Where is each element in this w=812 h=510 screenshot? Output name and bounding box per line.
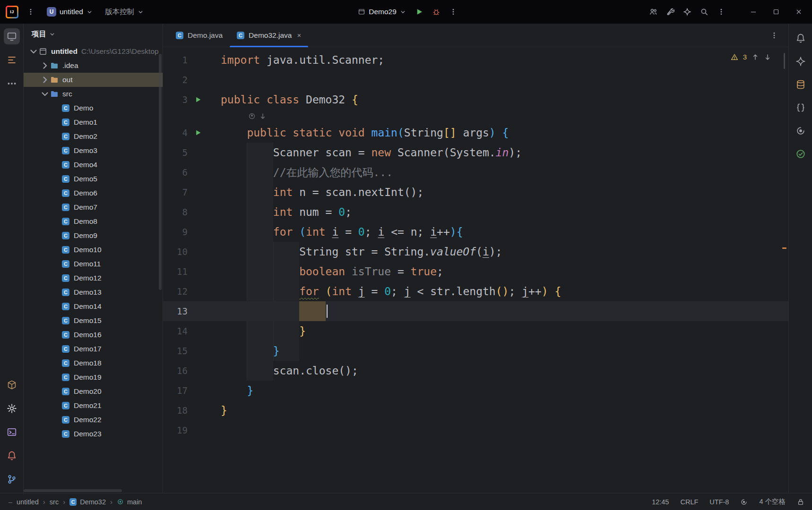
tab-demo32-java[interactable]: CDemo32.java× [230,24,308,47]
previous-problem-icon[interactable] [752,53,759,61]
vcs-widget[interactable]: 版本控制 [101,4,147,20]
more-run-actions-button[interactable] [446,4,461,19]
code-line[interactable]: 16 scan.close(); [163,361,788,381]
cursor-position-widget[interactable]: 12:45 [652,498,669,506]
code-line[interactable]: 7 int n = scan.nextInt(); [163,182,788,202]
line-number[interactable]: 1 [163,50,188,70]
database-button[interactable] [793,76,809,93]
line-number[interactable]: 3 [163,90,188,110]
tree-item--idea[interactable]: .idea [24,59,163,73]
tree-item-demo2[interactable]: CDemo2 [24,129,163,144]
code-line[interactable]: 15 } [163,341,788,361]
ai-status-widget[interactable] [740,498,748,506]
search-everywhere-button[interactable] [697,4,712,19]
line-number[interactable]: 17 [163,381,188,400]
tree-item-src[interactable]: src [24,87,163,101]
editor-options-button[interactable] [767,28,782,43]
tree-item-demo23[interactable]: CDemo23 [24,427,163,441]
line-number[interactable]: 10 [163,242,188,262]
file-encoding-widget[interactable]: UTF-8 [709,498,729,506]
tree-item-demo15[interactable]: CDemo15 [24,314,163,328]
run-gutter-icon[interactable] [194,96,202,103]
analysis-warning-stripe[interactable] [782,247,786,249]
line-number[interactable]: 8 [163,202,188,222]
tree-item-demo13[interactable]: CDemo13 [24,285,163,299]
line-number[interactable]: 6 [163,162,188,182]
line-number[interactable]: 2 [163,70,188,90]
next-problem-icon[interactable] [764,53,771,61]
main-menu-button[interactable] [23,4,38,19]
line-number[interactable]: 16 [163,361,188,381]
ai-chat-button[interactable] [793,123,809,139]
line-number[interactable]: 5 [163,143,188,162]
inspections-ok-button[interactable] [793,146,809,162]
notifications-tool-button[interactable] [4,448,20,464]
notifications-button[interactable] [793,30,809,46]
line-number[interactable]: 4 [163,123,188,143]
line-separator-widget[interactable]: CRLF [680,498,698,506]
line-number[interactable]: 14 [163,321,188,341]
tree-item-demo3[interactable]: CDemo3 [24,144,163,158]
run-gutter-icon[interactable] [194,129,202,136]
line-number[interactable]: 18 [163,400,188,420]
code-line[interactable]: 9 for (int i = 0; i <= n; i++){ [163,222,788,242]
code-line[interactable]: 11 boolean isTrue = true; [163,262,788,281]
code-line[interactable]: 10 String str = String.valueOf(i); [163,242,788,262]
ai-assistant-button[interactable] [680,4,695,19]
code-line[interactable]: 1import java.util.Scanner; [163,50,788,70]
run-button[interactable] [412,4,427,19]
tab-demo-java[interactable]: CDemo.java [169,24,230,47]
tree-item-demo18[interactable]: CDemo18 [24,356,163,370]
indent-style-widget[interactable]: 4 个空格 [759,497,786,506]
project-vertical-scrollbar[interactable] [159,54,162,290]
tree-item-demo12[interactable]: CDemo12 [24,271,163,285]
project-panel-header[interactable]: 项目 [24,24,163,44]
tree-item-demo22[interactable]: CDemo22 [24,413,163,427]
close-button[interactable] [788,0,809,24]
code-line[interactable]: 5 Scanner scan = new Scanner(System.in); [163,143,788,162]
tree-item-demo8[interactable]: CDemo8 [24,214,163,229]
tree-item-demo11[interactable]: CDemo11 [24,257,163,271]
code-area[interactable]: 1import java.util.Scanner;23public class… [163,47,788,493]
tree-item-demo5[interactable]: CDemo5 [24,172,163,186]
inlay-hint-row[interactable] [163,110,788,123]
debug-button[interactable] [429,4,444,19]
inspection-widget[interactable]: 3 [731,53,771,61]
tree-item-demo19[interactable]: CDemo19 [24,370,163,384]
tree-item-demo1[interactable]: CDemo1 [24,115,163,129]
chevron-right-icon[interactable] [40,60,50,71]
tree-item-demo4[interactable]: CDemo4 [24,158,163,172]
chevron-down-icon[interactable] [28,46,39,57]
project-widget[interactable]: U untitled [43,4,96,20]
braces-button[interactable] [793,100,809,116]
tree-item-demo21[interactable]: CDemo21 [24,399,163,413]
tree-item-demo14[interactable]: CDemo14 [24,299,163,314]
tree-item-demo7[interactable]: CDemo7 [24,200,163,214]
line-number[interactable]: 7 [163,182,188,202]
tree-item-demo[interactable]: CDemo [24,101,163,115]
code-line[interactable]: 18} [163,400,788,420]
editor-scrollbar[interactable] [784,53,785,69]
line-number[interactable]: 13 [163,301,188,321]
tree-item-demo16[interactable]: CDemo16 [24,328,163,342]
project-tool-button[interactable] [4,28,20,44]
code-with-me-button[interactable] [646,4,661,19]
ai-assistant-button[interactable] [793,53,809,69]
minimize-button[interactable] [743,0,764,24]
tree-item-demo10[interactable]: CDemo10 [24,243,163,257]
code-line[interactable]: 12 for (int j = 0; j < str.length(); j++… [163,281,788,301]
maximize-button[interactable] [766,0,786,24]
breadcrumb-src[interactable]: src [50,498,59,506]
line-number[interactable]: 9 [163,222,188,242]
breadcrumb-main[interactable]: main [117,498,142,506]
tree-item-demo20[interactable]: CDemo20 [24,384,163,399]
code-line[interactable]: 4 public static void main(String[] args)… [163,123,788,143]
services-button[interactable] [4,377,20,393]
code-line[interactable]: 13 [163,301,788,321]
build-tools-button[interactable] [663,4,678,19]
line-number[interactable]: 15 [163,341,188,361]
line-number[interactable] [163,110,188,123]
readonly-toggle-widget[interactable] [797,498,804,506]
run-config-widget[interactable]: Demo29 [354,4,410,20]
settings-button[interactable] [4,400,20,416]
